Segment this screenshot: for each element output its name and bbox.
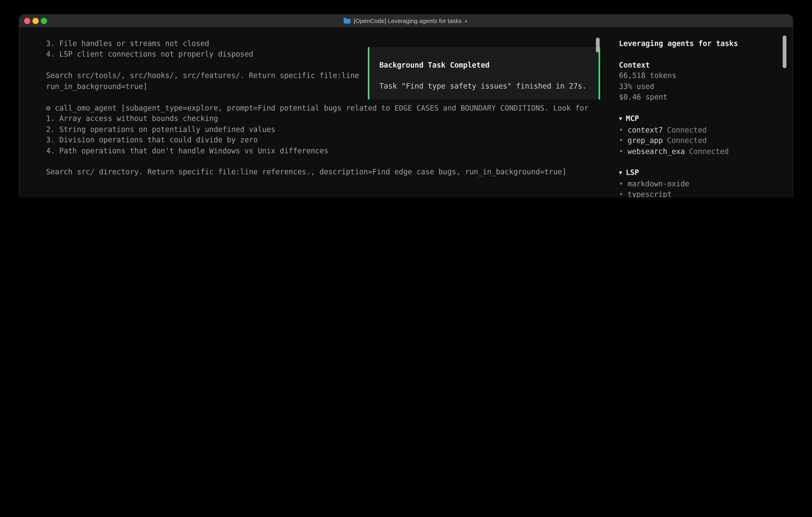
lsp-section-heading[interactable]: ▼LSP xyxy=(619,167,788,178)
context-tokens: 66,518 tokens xyxy=(619,71,788,81)
mcp-section-heading[interactable]: ▼MCP xyxy=(619,113,788,124)
screenshot-stage: [OpenCode] Leveraging agents for tasks ◐… xyxy=(0,0,812,197)
timer-icon: ◐ xyxy=(465,18,468,24)
mcp-item: •grep_appConnected xyxy=(619,135,788,146)
bullet-icon: • xyxy=(619,125,624,134)
main-scrollbar-thumb[interactable] xyxy=(596,38,600,52)
mcp-item: •context7Connected xyxy=(619,124,788,135)
lsp-item: •markdown-oxide xyxy=(619,179,788,189)
collapse-triangle-icon: ▼ xyxy=(619,170,622,175)
terminal-window: [OpenCode] Leveraging agents for tasks ◐… xyxy=(19,15,793,197)
session-title: Leveraging agents for tasks xyxy=(619,38,788,49)
toast-title: Background Task Completed xyxy=(379,60,590,71)
context-heading: Context xyxy=(619,60,788,71)
close-button[interactable] xyxy=(24,18,30,24)
zoom-button[interactable] xyxy=(41,18,47,24)
context-spent: $0.46 spent xyxy=(619,92,788,103)
minimize-button[interactable] xyxy=(32,18,38,24)
bullet-icon: • xyxy=(619,190,624,197)
background-task-toast: Background Task Completed Task "Find typ… xyxy=(368,47,600,100)
window-titlebar: [OpenCode] Leveraging agents for tasks ◐ xyxy=(19,15,793,27)
toast-body: Task "Find type safety issues" finished … xyxy=(379,81,590,91)
bullet-icon: • xyxy=(619,180,624,188)
folder-icon xyxy=(344,19,350,23)
lsp-item: •typescript xyxy=(619,189,788,197)
bullet-icon: • xyxy=(619,147,624,155)
window-title: [OpenCode] Leveraging agents for tasks xyxy=(354,18,462,24)
mcp-item: •websearch_exaConnected xyxy=(619,146,788,157)
traffic-lights xyxy=(24,18,47,24)
bullet-icon: • xyxy=(619,136,624,144)
session-sidebar: Leveraging agents for tasks Context 66,5… xyxy=(611,27,793,197)
context-used: 33% used xyxy=(619,81,788,92)
collapse-triangle-icon: ▼ xyxy=(619,116,622,121)
